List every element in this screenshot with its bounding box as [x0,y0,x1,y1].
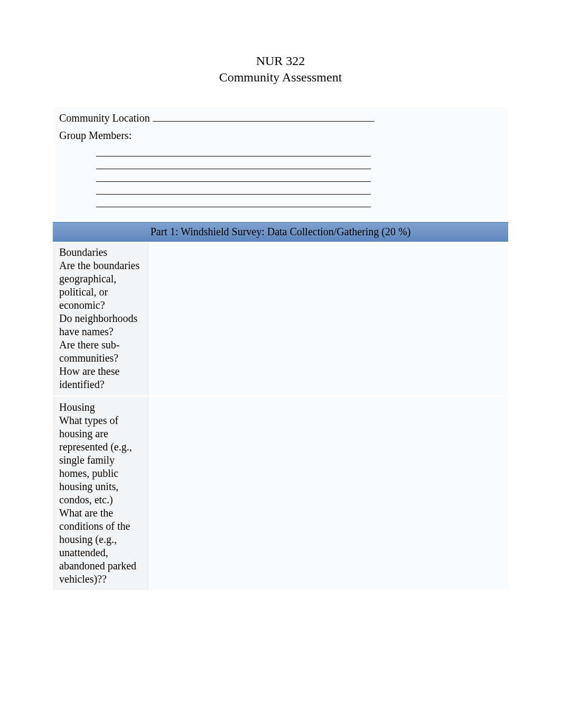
answer-boundaries[interactable] [148,242,508,396]
page: NUR 322 Community Assessment Community L… [0,0,561,622]
group-member-input-3[interactable] [96,169,371,182]
community-location-label: Community Location [59,112,150,124]
table-row: Housing What types of housing are repres… [53,396,508,590]
prompt-boundaries: Boundaries Are the boundaries geographic… [53,242,148,396]
answer-housing[interactable] [148,396,508,590]
section-header-part1: Part 1: Windshield Survey: Data Collecti… [53,222,508,242]
group-members-row: Group Members: [53,126,508,213]
group-member-input-5[interactable] [96,195,371,207]
prompt-housing: Housing What types of housing are repres… [53,396,148,590]
group-member-input-1[interactable] [96,144,371,156]
prompt-heading: Boundaries [59,246,142,259]
community-location-row: Community Location [53,107,508,126]
course-code: NUR 322 [53,53,508,69]
survey-table: Boundaries Are the boundaries geographic… [53,242,508,590]
group-member-input-2[interactable] [96,156,371,169]
group-members-label: Group Members: [59,130,132,141]
group-members-lines [59,142,502,207]
prompt-heading: Housing [59,401,142,414]
table-row: Boundaries Are the boundaries geographic… [53,242,508,396]
group-member-input-4[interactable] [96,182,371,195]
community-location-input[interactable] [153,112,375,122]
form-box: Community Location Group Members: Part 1… [53,107,508,590]
prompt-body: What types of housing are represented (e… [59,414,136,585]
title-block: NUR 322 Community Assessment [53,53,508,86]
prompt-body: Are the boundaries geographical, politic… [59,260,139,390]
page-title: Community Assessment [53,69,508,86]
